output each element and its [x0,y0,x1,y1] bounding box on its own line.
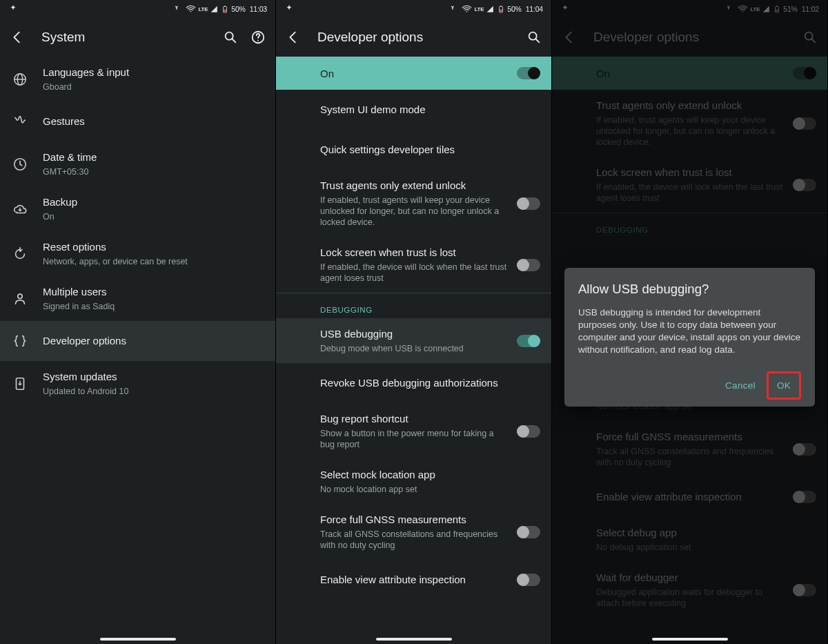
list-item[interactable]: Wait for debuggerDebugged application wa… [552,562,827,618]
gesture-icon [12,114,43,129]
section-header-debugging: Debugging [552,213,827,238]
list-item[interactable]: BackupOn [0,186,275,231]
clock-icon [12,157,43,172]
item-title: Select mock location app [320,468,533,482]
item-title: Select debug app [596,526,809,540]
list-item[interactable]: Reset optionsNetwork, apps, or device ca… [0,231,275,276]
dialog-body: USB debugging is intended for developmen… [578,306,801,356]
page-title: Developer options [593,30,786,45]
list-item[interactable]: Gestures [0,101,275,142]
list-item[interactable]: Trust agents only extend unlockIf enable… [276,170,551,237]
back-icon[interactable] [562,30,577,45]
page-title: Developer options [317,30,510,45]
list-item[interactable]: Force full GNSS measurementsTrack all GN… [276,504,551,560]
pinwheel-icon [8,4,18,14]
ok-button[interactable]: OK [770,375,798,396]
list-item[interactable]: Trust agents only extend unlockIf enable… [552,90,827,157]
item-title: Bug report shortcut [320,412,510,426]
nav-pill[interactable] [376,638,452,641]
app-bar: Developer options [552,18,827,57]
list-item[interactable]: Enable view attribute inspection [276,560,551,600]
item-subtitle: Updated to Android 10 [43,386,257,397]
item-title: System UI demo mode [320,103,533,117]
item-title: Gestures [43,115,257,128]
app-bar: Developer options [276,18,551,57]
item-subtitle: Track all GNSS constellations and freque… [596,446,786,468]
wifi-icon [738,4,748,14]
toggle-switch[interactable] [517,335,540,347]
settings-list[interactable]: Languages & inputGboardGesturesDate & ti… [0,57,275,644]
cancel-button[interactable]: Cancel [718,375,762,396]
toggle-switch[interactable] [517,526,540,538]
toggle-switch[interactable] [517,574,540,586]
item-title: Reset options [43,240,257,254]
list-item[interactable]: Bug report shortcutShow a button in the … [276,403,551,459]
item-subtitle: GMT+05:30 [43,166,257,177]
page-title: System [41,30,206,45]
master-toggle-row[interactable]: On [552,57,827,90]
list-item[interactable]: Lock screen when trust is lostIf enabled… [276,237,551,293]
list-item[interactable]: Quick settings developer tiles [276,130,551,170]
item-subtitle: If enabled, the device will lock when th… [596,182,786,204]
volte-icon [172,4,184,14]
signal-icon [210,5,219,14]
toggle-switch[interactable] [793,179,816,191]
pinwheel-icon [284,4,294,14]
lte-label: LTE [750,6,760,12]
toggle-switch[interactable] [793,443,816,456]
toggle-switch[interactable] [793,491,816,503]
screen-1-system: LTE 50% 11:03 System Languages & inputGb… [0,0,276,644]
toggle-switch[interactable] [517,425,540,438]
settings-list[interactable]: System UI demo modeQuick settings develo… [276,90,551,644]
battery-icon [221,4,229,14]
back-icon[interactable] [286,30,301,45]
list-item[interactable]: Date & timeGMT+05:30 [0,142,275,186]
usb-debugging-dialog: Allow USB debugging? USB debugging is in… [564,268,815,407]
item-title: Lock screen when trust is lost [596,166,786,179]
list-item[interactable]: Developer options [0,321,275,361]
signal-icon [486,5,495,14]
master-switch[interactable] [793,67,816,79]
item-title: Wait for debugger [596,571,786,585]
list-item[interactable]: Multiple usersSigned in as Sadiq [0,276,275,321]
pinwheel-icon [560,4,570,14]
list-item[interactable]: System updatesUpdated to Android 10 [0,361,275,406]
list-item[interactable]: USB debuggingDebug mode when USB is conn… [276,318,551,363]
globe-icon [12,72,43,87]
battery-icon [773,4,781,14]
item-subtitle: No mock location app set [320,484,533,495]
item-subtitle: Network, apps, or device can be reset [43,256,257,267]
nav-pill[interactable] [652,638,728,641]
toggle-switch[interactable] [793,117,816,130]
back-icon[interactable] [10,30,25,45]
toggle-switch[interactable] [517,259,540,271]
item-title: Force full GNSS measurements [320,513,510,527]
list-item[interactable]: Force full GNSS measurementsTrack all GN… [552,421,827,477]
search-icon[interactable] [526,30,542,45]
master-switch[interactable] [517,67,540,79]
item-subtitle: If enabled, trust agents will keep your … [320,195,510,228]
help-icon[interactable] [250,30,266,45]
list-item[interactable]: Lock screen when trust is lostIf enabled… [552,157,827,213]
toggle-switch[interactable] [517,197,540,210]
status-bar: LTE 50% 11:03 [0,0,275,18]
search-icon[interactable] [223,30,238,45]
item-title: System updates [43,370,257,384]
item-subtitle: Track all GNSS constellations and freque… [320,529,510,551]
list-item[interactable]: Revoke USB debugging authorizations [276,363,551,403]
screen-3-usb-debugging-dialog: LTE 51% 11:02 Developer options On Trust… [552,0,828,644]
item-subtitle: Debug mode when USB is connected [320,343,510,354]
list-item[interactable]: System UI demo mode [276,90,551,130]
list-item[interactable]: Select debug appNo debug application set [552,517,827,562]
list-item[interactable]: Enable view attribute inspection [552,477,827,517]
list-item[interactable]: Languages & inputGboard [0,57,275,101]
item-subtitle: Gboard [43,81,257,92]
item-title: Enable view attribute inspection [596,490,786,504]
clock-time: 11:02 [802,5,819,13]
toggle-switch[interactable] [793,584,816,596]
list-item[interactable]: Select mock location appNo mock location… [276,459,551,504]
master-toggle-row[interactable]: On [276,57,551,90]
nav-pill[interactable] [100,638,176,641]
search-icon[interactable] [802,30,818,45]
battery-icon [497,4,505,14]
